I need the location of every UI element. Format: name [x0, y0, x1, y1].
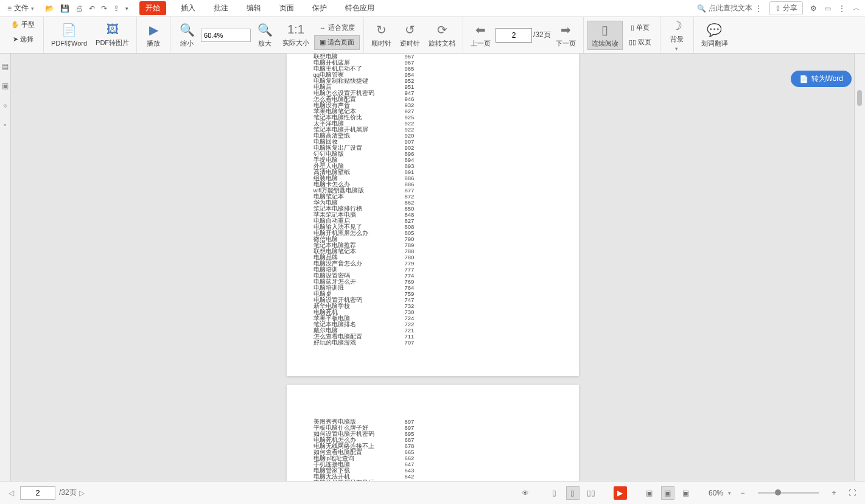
vertical-scrollbar[interactable]	[854, 54, 865, 481]
status-bar: ◁ /32页 ▷ 👁 ▯ ▯ ▯▯ ▶ ▣ ▣ ▣ 60% ▾ − + ⛶	[0, 481, 865, 504]
one-to-one-icon: 1:1	[287, 23, 304, 37]
fit-page-button[interactable]: ▣适合页面	[314, 35, 360, 50]
more-icon: ⋮	[755, 4, 762, 13]
moon-icon: ☽	[671, 18, 682, 33]
zoom-in-label: 放大	[258, 39, 271, 48]
pdf-to-word-button[interactable]: 📄PDF转Word	[47, 21, 91, 49]
menu-bar: ≡ 文件 ▾ 📂 💾 🖨 ↶ ↷ ⇪ ▾ 开始 插入 批注 编辑 页面 保护 特…	[0, 0, 865, 17]
zoom-plus-icon[interactable]: +	[827, 486, 841, 500]
view-group: ▯连续阅读 ▯单页 ▯▯双页	[584, 17, 660, 53]
tab-special[interactable]: 特色应用	[341, 1, 378, 15]
zoom-dropdown-icon[interactable]: ▾	[728, 490, 731, 496]
undo-icon[interactable]: ↶	[89, 4, 95, 13]
word-convert-icon: 📄	[799, 75, 808, 83]
status-zoom-label: 60%	[709, 489, 723, 497]
qat-dropdown-icon[interactable]: ▾	[125, 5, 128, 12]
fit-width-label: 适合宽度	[328, 23, 355, 32]
zoom-minus-icon[interactable]: −	[736, 486, 749, 500]
status-next-icon[interactable]: ▷	[77, 489, 87, 497]
collapse-icon[interactable]: ︿	[853, 3, 860, 13]
prev-page-button[interactable]: ⬅上一页	[467, 21, 494, 49]
table-row: 电脑高清壁纸920	[313, 133, 552, 139]
single-page-button[interactable]: ▯单页	[624, 21, 656, 35]
print-icon[interactable]: 🖨	[75, 4, 83, 13]
tab-protect[interactable]: 保护	[309, 1, 331, 15]
tab-page[interactable]: 页面	[276, 1, 298, 15]
select-tool[interactable]: ➤选择	[8, 32, 38, 46]
eye-protect-icon[interactable]: 👁	[519, 486, 532, 500]
table-row: 钉钉电脑版896	[313, 151, 552, 157]
fit-width-button[interactable]: ↔适合宽度	[314, 21, 360, 35]
rotate-cw-button[interactable]: ↻顺时针	[368, 21, 395, 49]
fullscreen-icon[interactable]: ⛶	[846, 486, 859, 500]
sidebar-more-icon[interactable]: ▫	[4, 121, 6, 129]
status-single-view-icon[interactable]: ▯	[548, 486, 561, 500]
zoom-in-button[interactable]: 🔍放大	[252, 21, 278, 49]
tab-insert[interactable]: 插入	[177, 1, 199, 15]
share-button[interactable]: ⇧ 分享	[769, 1, 803, 15]
play-button[interactable]: ▶播放	[141, 21, 166, 49]
rotate-ccw-icon: ↺	[405, 23, 415, 37]
convert-to-word-float-button[interactable]: 📄 转为Word	[791, 71, 852, 87]
rotate-ccw-button[interactable]: ↺逆时针	[396, 21, 424, 49]
chevron-down-icon: ▾	[675, 46, 678, 52]
status-prev-icon[interactable]: ◁	[6, 489, 16, 497]
pdf2word-label: PDF转Word	[51, 39, 87, 48]
double-page-label: 双页	[638, 38, 651, 47]
page-number-input[interactable]	[496, 28, 532, 43]
next-page-button[interactable]: ➡下一页	[552, 21, 580, 49]
find-text[interactable]: 🔍 点此查找文本 ⋮	[697, 3, 762, 13]
zoom-slider-knob[interactable]	[775, 489, 781, 495]
file-label: 文件	[14, 3, 29, 13]
status-actual-size-icon[interactable]: ▣	[679, 486, 693, 500]
open-icon[interactable]: 📂	[45, 4, 54, 13]
save-icon[interactable]: 💾	[60, 4, 69, 13]
rotate-doc-button[interactable]: ⟳旋转文档	[425, 21, 459, 49]
status-double-view-icon[interactable]: ▯▯	[584, 486, 598, 500]
sidebar-attachments-icon[interactable]: ⟐	[3, 101, 7, 110]
hand-label: 手型	[21, 20, 35, 29]
skin-icon[interactable]: ▭	[824, 4, 831, 13]
continuous-read-button[interactable]: ▯连续阅读	[587, 21, 623, 50]
select-label: 选择	[20, 35, 33, 44]
background-button[interactable]: ☽背景▾	[664, 17, 690, 53]
status-continuous-view-icon[interactable]: ▯	[566, 486, 580, 500]
menubar-right: 🔍 点此查找文本 ⋮ ⇧ 分享 ⚙ ▭ ⋮ ︿	[697, 1, 860, 15]
table-row: 电脑笔记本872	[313, 194, 552, 200]
pdf-to-image-button[interactable]: 🖼PDF转图片	[92, 21, 133, 49]
word-translate-button[interactable]: 💬划词翻译	[698, 21, 732, 49]
tab-edit[interactable]: 编辑	[243, 1, 265, 15]
double-page-button[interactable]: ▯▯双页	[624, 35, 656, 50]
table-row: 高清电脑壁纸891	[313, 169, 552, 175]
sidebar-thumbnails-icon[interactable]: ▤	[2, 62, 9, 71]
tab-start[interactable]: 开始	[139, 1, 166, 15]
zoom-slider[interactable]	[758, 492, 819, 494]
export-icon[interactable]: ⇪	[113, 4, 119, 13]
zoom-out-button[interactable]: 🔍缩小	[174, 21, 200, 49]
redo-icon[interactable]: ↷	[101, 4, 107, 13]
status-fit-page-icon[interactable]: ▣	[643, 486, 656, 500]
table-row: 手提电脑894	[313, 157, 552, 163]
float-label: 转为Word	[811, 74, 843, 84]
actual-size-button[interactable]: 1:1实际大小	[279, 21, 313, 49]
table-row: 联想电脑笔记本788	[313, 248, 552, 254]
tool-group: ✋手型 ➤选择	[2, 17, 44, 53]
share-label: 分享	[783, 3, 797, 13]
tab-annotate[interactable]: 批注	[210, 1, 232, 15]
hand-tool[interactable]: ✋手型	[6, 17, 40, 32]
status-play-icon[interactable]: ▶	[614, 486, 627, 500]
file-menu[interactable]: ≡ 文件 ▾	[5, 2, 37, 15]
status-fit-width-icon[interactable]: ▣	[661, 486, 674, 500]
scrollbar-thumb[interactable]	[857, 90, 862, 106]
document-viewer[interactable]: 联想电脑967电脑开机蓝屏967电脑主机启动不了965qq电脑管家954电脑复制…	[11, 54, 854, 481]
continuous-label: 连续阅读	[592, 39, 618, 48]
status-page-input[interactable]	[20, 486, 55, 500]
settings-icon[interactable]: ⚙	[810, 4, 817, 13]
rotate-cw-label: 顺时针	[371, 39, 391, 48]
rotate-ccw-label: 逆时针	[400, 39, 420, 48]
more-menu-icon[interactable]: ⋮	[838, 4, 846, 13]
table-row: 电脑开机黑屏怎么办805	[313, 230, 552, 236]
zoom-input[interactable]	[201, 29, 251, 42]
sidebar-bookmarks-icon[interactable]: ▣	[2, 82, 9, 90]
image-icon: 🖼	[107, 23, 119, 37]
